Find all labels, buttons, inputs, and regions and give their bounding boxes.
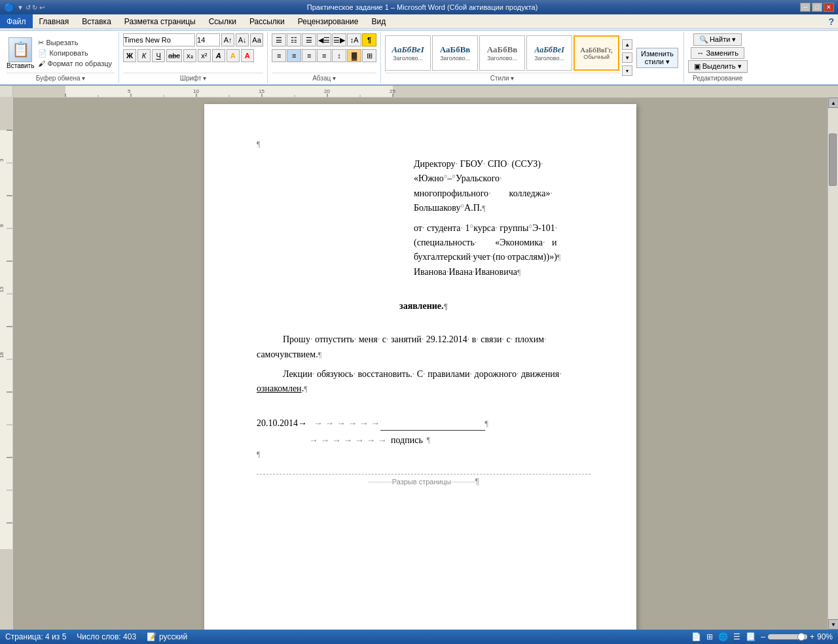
superscript-button[interactable]: x²: [198, 49, 211, 62]
zoom-control[interactable]: – + 90%: [761, 632, 833, 641]
menu-item-references[interactable]: Ссылки: [202, 14, 243, 28]
font-size-input[interactable]: [196, 33, 220, 46]
shading-button[interactable]: ▓: [347, 49, 361, 62]
style-heading1-preview: АаБбВеI: [392, 45, 424, 55]
text-effects-button[interactable]: A: [212, 49, 225, 62]
scroll-up-button[interactable]: ▲: [828, 98, 838, 108]
language-indicator[interactable]: 📝 русский: [147, 632, 187, 641]
subscript-button[interactable]: x₂: [183, 49, 196, 62]
style-heading3[interactable]: АаБбВв Заголово...: [479, 35, 525, 71]
bullets-button[interactable]: ☰: [272, 33, 286, 46]
align-right-button[interactable]: ≡: [302, 49, 316, 62]
scroll-thumb[interactable]: [829, 134, 837, 186]
ribbon-content: 📋 Вставить ✂ Вырезать 📄 Копировать 🖌 Фор…: [0, 30, 838, 84]
close-button[interactable]: ✕: [824, 3, 834, 12]
menu-item-file[interactable]: Файл: [0, 14, 33, 28]
select-button[interactable]: ▣ Выделить ▾: [688, 60, 748, 73]
help-icon[interactable]: ?: [828, 16, 834, 27]
view-icon-outline[interactable]: ☰: [733, 632, 740, 641]
font-color-button[interactable]: A: [241, 49, 254, 62]
document-body[interactable]: Прошу· отпустить· меня· с· занятий· 29.1…: [257, 332, 591, 397]
find-icon: 🔍: [699, 35, 708, 44]
vertical-scrollbar[interactable]: ▲ ▼: [828, 98, 838, 630]
menu-item-mailings[interactable]: Рассылки: [243, 14, 291, 28]
font-grow-button[interactable]: A↑: [221, 33, 234, 46]
view-icon-web[interactable]: 🌐: [718, 632, 728, 641]
styles-more[interactable]: ▾: [622, 65, 632, 76]
signature-line: [380, 416, 485, 431]
ribbon-group-paragraph: ☰ ☷ ☰ ◀☰ ☰▶ ↕A ¶ ≡ ≡ ≡ ≡ ↕ ▓: [268, 32, 381, 83]
para-list-row: ☰ ☷ ☰ ◀☰ ☰▶ ↕A ¶: [272, 33, 376, 46]
select-label: ▣ Выделить ▾: [694, 62, 742, 70]
svg-text:20: 20: [324, 88, 330, 94]
svg-text:13: 13: [0, 287, 5, 293]
styles-scroll-up[interactable]: ▲: [622, 39, 632, 50]
replace-button[interactable]: ↔ Заменить: [691, 47, 744, 59]
multilevel-list-button[interactable]: ☰: [302, 33, 316, 46]
menu-item-view[interactable]: Вид: [365, 14, 392, 28]
increase-indent-button[interactable]: ☰▶: [332, 33, 346, 46]
format-painter-button[interactable]: 🖌 Формат по образцу: [35, 59, 115, 68]
styles-scroll-down[interactable]: ▼: [622, 52, 632, 63]
svg-text:8: 8: [0, 224, 5, 227]
document-title: заявление.¶: [257, 299, 591, 313]
style-heading4-label: Заголово...: [534, 55, 564, 62]
font-shrink-button[interactable]: A↓: [236, 33, 249, 46]
zoom-in-button[interactable]: +: [810, 632, 814, 641]
title-text: заявление.: [399, 301, 444, 311]
italic-button[interactable]: К: [137, 49, 151, 62]
style-heading4[interactable]: АаБбВеI Заголово...: [526, 35, 572, 71]
paste-icon: 📋: [9, 37, 32, 62]
signature-label: подпись: [391, 433, 423, 447]
align-center-button[interactable]: ≡: [287, 49, 301, 62]
clear-format-button[interactable]: Aa: [250, 33, 263, 46]
cut-button[interactable]: ✂ Вырезать: [35, 38, 115, 48]
bold-button[interactable]: Ж: [123, 49, 136, 62]
menu-item-review[interactable]: Рецензирование: [291, 14, 365, 28]
document-header: Директору· ГБОУ· СПО· (ССУЗ)· «Южно°–°Ур…: [257, 157, 591, 279]
change-styles-button[interactable]: Изменитьстили ▾: [636, 48, 678, 68]
borders-button[interactable]: ⊞: [362, 49, 376, 62]
footer-sub-line: → → → → → → → подпись¶: [257, 433, 591, 447]
highlight-button[interactable]: A: [227, 49, 240, 62]
zoom-out-button[interactable]: –: [761, 632, 765, 641]
view-icon-draft[interactable]: 📃: [746, 632, 756, 641]
style-heading3-preview: АаБбВв: [487, 45, 518, 55]
style-normal[interactable]: АаБбВвГг, Обычный: [574, 35, 619, 71]
style-heading1[interactable]: АаБбВеI Заголово...: [385, 35, 431, 71]
find-button[interactable]: 🔍 Найти ▾: [693, 33, 742, 46]
words-label: Число слов:: [77, 632, 123, 641]
menu-label-home: Главная: [39, 17, 69, 26]
menu-item-home[interactable]: Главная: [33, 14, 76, 28]
zoom-slider[interactable]: [768, 634, 807, 639]
strikethrough-button[interactable]: abc: [166, 49, 182, 62]
scroll-track[interactable]: [828, 108, 838, 619]
view-icon-fullscreen[interactable]: ⊞: [706, 632, 713, 641]
line-spacing-button[interactable]: ↕: [332, 49, 346, 62]
menu-item-layout[interactable]: Разметка страницы: [118, 14, 202, 28]
svg-text:3: 3: [0, 158, 5, 162]
style-heading2[interactable]: АаБбВв Заголово...: [432, 35, 478, 71]
empty-pilcrow: ¶: [257, 447, 591, 461]
svg-rect-20: [0, 98, 13, 130]
show-marks-button[interactable]: ¶: [362, 33, 376, 46]
paste-button[interactable]: 📋 Вставить: [7, 37, 34, 69]
sort-button[interactable]: ↕A: [347, 33, 361, 46]
numbering-button[interactable]: ☷: [287, 33, 301, 46]
maximize-button[interactable]: □: [812, 3, 822, 12]
copy-button[interactable]: 📄 Копировать: [35, 48, 115, 58]
align-left-button[interactable]: ≡: [272, 49, 286, 62]
font-name-input[interactable]: [123, 33, 195, 46]
menu-item-insert[interactable]: Вставка: [75, 14, 118, 28]
recipient-line8: Иванова·Ивана·Ивановича¶: [414, 265, 591, 279]
find-label: Найти ▾: [710, 35, 736, 44]
scroll-down-button[interactable]: ▼: [828, 619, 838, 630]
minimize-button[interactable]: ─: [800, 3, 811, 12]
decrease-indent-button[interactable]: ◀☰: [317, 33, 331, 46]
footer-date: 20.10.2014→: [257, 416, 307, 430]
justify-button[interactable]: ≡: [317, 49, 331, 62]
page-break-indicator: ············Разрыв страницы············¶: [257, 474, 591, 488]
view-icon-print[interactable]: 📄: [691, 632, 701, 641]
underline-button[interactable]: Ч: [152, 49, 165, 62]
document-area[interactable]: ¶ Директору· ГБОУ· СПО· (ССУЗ)· «Южно°–°…: [13, 98, 828, 630]
